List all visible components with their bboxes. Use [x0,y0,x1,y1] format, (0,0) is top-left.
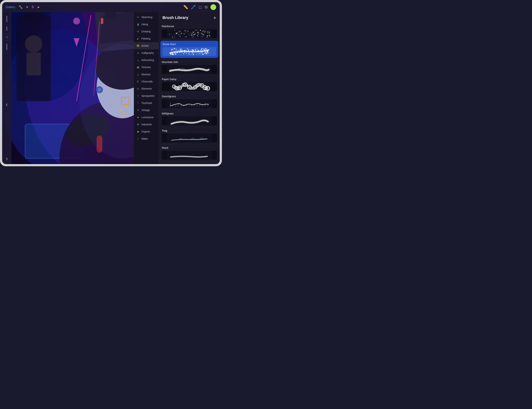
painting-label: Painting [141,37,151,40]
category-item-elements[interactable]: ⊙Elements [134,85,159,92]
category-item-touchups[interactable]: ♡Touchups [134,99,159,107]
category-item-textures[interactable]: ▦Textures [134,64,159,71]
svg-point-175 [200,50,200,50]
brush-name-bamboo: Bamboo [162,164,217,164]
drawing-label: Drawing [141,30,151,33]
svg-point-359 [203,52,203,52]
category-item-abstract[interactable]: △Abstract [134,71,159,78]
svg-point-374 [180,68,181,68]
brush-item-snow-gum[interactable]: Snow Gum [160,41,218,58]
add-brush-button[interactable]: + [213,15,216,20]
svg-point-337 [183,53,184,54]
category-item-organic[interactable]: ◆Organic [134,128,159,135]
svg-point-215 [194,49,194,49]
svg-point-462 [181,85,182,86]
category-item-sketching[interactable]: ✏Sketching [134,14,159,21]
svg-point-128 [196,34,196,34]
sidebar-square-btn[interactable]: ☐ [4,34,10,40]
svg-point-75 [174,30,175,31]
color-picker[interactable] [210,4,216,10]
brush-item-mountain-ash[interactable]: Mountain Ash [159,59,220,76]
top-toolbar: Gallery 🔧 ✦ S ➤ ✏️ 🖊️ ◻ ⧉ [2,2,220,12]
svg-point-83 [205,31,205,31]
category-item-drawing[interactable]: ↺Drawing [134,28,159,35]
category-item-industrial[interactable]: ⚙Industrial [134,121,159,128]
svg-point-267 [200,50,201,51]
category-item-water[interactable]: ≈Water [134,135,159,142]
ipad-screen: Gallery 🔧 ✦ S ➤ ✏️ 🖊️ ◻ ⧉ ☐ ❮ [2,2,220,164]
svg-point-298 [204,53,205,54]
svg-point-385 [191,70,191,70]
svg-rect-18 [101,18,103,24]
svg-point-201 [192,54,192,54]
magic-icon[interactable]: ✦ [26,5,28,9]
organic-label: Organic [141,130,150,133]
brush-item-wildgrass[interactable]: Wildgrass [159,110,220,127]
svg-point-62 [179,33,179,33]
brush-item-bamboo[interactable]: Bamboo [159,162,220,164]
brush-preview-wildgrass [162,116,217,125]
svg-point-88 [186,32,186,32]
category-item-calligraphy[interactable]: ɑCalligraphy [134,49,159,56]
category-item-airbrushing[interactable]: △Airbrushing [134,56,159,64]
svg-point-150 [201,33,201,33]
category-item-inking[interactable]: 💧Inking [134,21,159,28]
svg-point-328 [203,49,205,50]
svg-point-110 [210,36,210,37]
svg-point-388 [194,68,195,69]
svg-point-306 [207,53,207,54]
svg-point-131 [188,30,188,31]
svg-point-498 [187,86,187,86]
svg-point-285 [175,54,176,55]
pencil-tool[interactable]: ✏️ [183,5,188,9]
svg-point-401 [207,70,207,70]
sidebar-arrow2-btn[interactable]: ❮ [6,158,8,161]
svg-point-326 [206,51,207,52]
gallery-button[interactable]: Gallery [6,5,15,9]
painting-icon: 🖌 [136,37,140,40]
svg-point-89 [190,32,191,33]
svg-point-347 [180,48,181,49]
svg-point-91 [205,31,206,32]
svg-point-143 [209,32,209,33]
layers-tool[interactable]: ⧉ [205,5,208,9]
category-item-luminance[interactable]: ★Luminance [134,114,159,121]
svg-point-398 [204,70,204,71]
svg-point-334 [190,49,190,50]
svg-point-137 [197,36,198,36]
eraser-tool[interactable]: ◻ [199,5,202,9]
brush-item-swordgrass[interactable]: Swordgrass [159,93,220,110]
svg-point-264 [192,49,192,50]
wrench-icon[interactable]: 🔧 [19,5,23,9]
category-item-spraypaints[interactable]: ▪Spraypaints [134,92,159,99]
spraypaints-label: Spraypaints [141,94,155,97]
airbrushing-label: Airbrushing [141,59,154,62]
svg-point-329 [196,50,196,51]
brush-item-reed[interactable]: Reed [159,145,220,162]
svg-point-43 [172,37,173,37]
svg-point-124 [193,36,193,36]
industrial-label: Industrial [141,123,152,126]
svg-point-192 [176,50,177,51]
brush-item-rainforest[interactable]: Rainforest [159,23,220,40]
category-item-vintage[interactable]: ✦Vintage [134,107,159,114]
category-item-painting[interactable]: 🖌Painting [134,35,159,42]
sidebar-arrow-btn[interactable]: ❮ [6,103,8,106]
svg-point-397 [203,70,203,71]
svg-point-290 [186,52,187,54]
brush-item-twig[interactable]: Twig [159,127,220,145]
svg-point-47 [188,31,189,32]
category-item-artistic[interactable]: 🎨Artistic [134,42,159,49]
svg-point-119 [176,34,176,35]
transform-icon[interactable]: ➤ [37,5,40,9]
svg-point-350 [183,49,183,50]
category-item-charcoals[interactable]: ⊪Charcoals [134,78,159,85]
svg-point-84 [186,36,186,37]
brush-preview-twig [162,134,217,143]
brush-item-paper-daisy[interactable]: Paper Daisy [159,76,220,93]
svg-rect-646 [167,134,212,143]
svg-point-392 [198,68,199,69]
selection-icon[interactable]: S [32,5,34,9]
pen-tool[interactable]: 🖊️ [191,5,196,9]
svg-point-402 [207,69,208,70]
